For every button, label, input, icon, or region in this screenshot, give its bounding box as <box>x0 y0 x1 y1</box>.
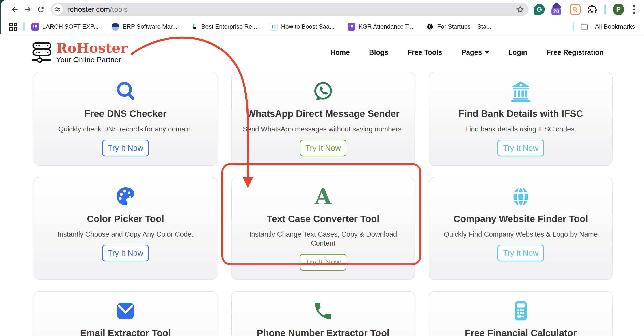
site-info-button[interactable] <box>52 4 63 15</box>
grammarly-extension-icon[interactable]: G <box>534 4 545 15</box>
bookmark-label: Best Enterprise Re... <box>201 23 257 30</box>
card-title: WhatsApp Direct Message Sender <box>247 108 400 119</box>
lens-handle-shape <box>576 11 578 13</box>
card-text-case-converter: A Text Case Converter Tool Instantly Cha… <box>231 177 415 280</box>
toolbar-divider <box>604 4 606 15</box>
whatsapp-icon <box>312 80 334 103</box>
extensions-area: G 20 P <box>534 4 637 15</box>
letter-a-icon: A <box>312 185 335 208</box>
address-bar[interactable]: rohoster.com/tools <box>51 3 528 16</box>
svg-text:A: A <box>314 185 332 208</box>
forward-button[interactable] <box>21 3 34 16</box>
nav-pages-label: Pages <box>462 49 482 57</box>
url-text: rohoster.com/tools <box>67 5 128 14</box>
card-whatsapp-sender: WhatsApp Direct Message Sender Send What… <box>231 72 415 166</box>
bookmark-label: ERP Software Mar... <box>122 23 177 30</box>
card-company-website-finder: Company Website Finder Tool Quickly Find… <box>429 177 613 280</box>
bookmark-kgr[interactable]: KGR Attendance T... <box>348 23 413 31</box>
nav-home[interactable]: Home <box>330 49 350 57</box>
bookmark-label: For Startups – Sta... <box>437 23 492 30</box>
bookmark-for-startups[interactable]: For Startups – Sta... <box>426 23 492 31</box>
card-description: Find bank details using IFSC codes. <box>465 125 576 134</box>
all-bookmarks-button[interactable]: All Bookmarks <box>595 23 635 30</box>
nav-free-registration[interactable]: Free Registration <box>546 49 604 57</box>
purple-list-favicon <box>31 23 39 31</box>
reload-button[interactable] <box>34 3 47 16</box>
card-title: Color Picker Tool <box>87 213 164 224</box>
card-color-picker: Color Picker Tool Instantly Choose and C… <box>34 177 217 280</box>
bookmark-best-enterprise[interactable]: Best Enterprise Re... <box>190 23 257 31</box>
bookmark-larch[interactable]: LARCH SOFT EXP... <box>31 23 98 31</box>
folder-icon <box>580 23 589 31</box>
card-title: Phone Number Extractor Tool <box>257 327 390 336</box>
bookmarks-bar: LARCH SOFT EXP... ERP Software Mar... Be… <box>1 19 644 35</box>
nav-login[interactable]: Login <box>508 49 527 57</box>
card-description: Send WhatsApp messages without saving nu… <box>243 125 404 134</box>
bookmark-erp[interactable]: ERP Software Mar... <box>112 23 177 31</box>
palette-icon <box>114 185 137 208</box>
card-description: Quickly Find Company Websites & Logo by … <box>444 230 598 239</box>
calculator-icon <box>510 299 532 322</box>
browser-menu-button[interactable] <box>631 4 637 15</box>
lens-shape <box>573 7 577 11</box>
site-logo[interactable]: RoHoster Your Online Partner <box>32 41 128 64</box>
envelope-icon <box>114 299 137 322</box>
phone-icon <box>312 299 334 322</box>
purple-list-favicon <box>348 23 355 31</box>
back-button[interactable] <box>8 3 21 16</box>
browser-window: rohoster.com/tools G 20 P <box>1 0 644 336</box>
try-it-now-button[interactable]: Try It Now <box>300 140 346 156</box>
card-description: Instantly Change Text Cases, Copy & Down… <box>240 230 406 248</box>
bookmarks-divider <box>572 22 574 32</box>
chevron-down-icon <box>485 51 489 54</box>
try-it-now-button[interactable]: Try It Now <box>102 245 149 261</box>
green-swoosh-favicon <box>190 23 198 31</box>
nav-blogs[interactable]: Blogs <box>369 49 388 57</box>
globe-icon <box>510 185 532 208</box>
try-it-now-button[interactable]: Try It Now <box>102 140 149 156</box>
main-nav: Home Blogs Free Tools Pages Login Free R… <box>330 49 604 57</box>
card-title: Company Website Finder Tool <box>454 213 588 224</box>
reload-icon <box>36 5 45 14</box>
card-free-dns-checker: Free DNS Checker Quickly check DNS recor… <box>34 72 217 166</box>
try-it-now-button[interactable]: Try It Now <box>498 245 544 261</box>
profile-avatar[interactable]: P <box>613 4 624 15</box>
bookmark-how-to-boost[interactable]: How to Boost Saa... <box>270 23 334 31</box>
card-email-extractor: Email Extractor Tool Quickly Extract Ema… <box>34 291 217 336</box>
blue-brackets-favicon <box>270 23 278 31</box>
bank-icon <box>509 80 532 103</box>
bookmark-label: KGR Attendance T... <box>358 23 413 30</box>
card-financial-calculator: Free Financial Calculator Simplify finan… <box>429 291 613 336</box>
back-arrow-icon <box>10 5 19 14</box>
forward-arrow-icon <box>24 5 32 14</box>
search-extension-icon[interactable] <box>570 4 580 15</box>
card-phone-extractor: Phone Number Extractor Tool Easily Extra… <box>231 291 415 336</box>
star-icon <box>516 5 524 14</box>
bookmark-star-button[interactable] <box>516 5 524 14</box>
erp-circle-favicon <box>112 23 119 31</box>
site-header: RoHoster Your Online Partner Home Blogs … <box>1 35 644 70</box>
nav-pages[interactable]: Pages <box>462 49 489 57</box>
extensions-puzzle-icon[interactable] <box>587 4 598 15</box>
black-globe-favicon <box>426 23 434 31</box>
all-bookmarks-area: All Bookmarks <box>572 22 635 32</box>
server-logo-icon <box>32 41 55 64</box>
logo-text-block: RoHoster Your Online Partner <box>56 41 128 64</box>
logo-title: RoHoster <box>56 41 128 55</box>
url-path: /tools <box>110 5 128 14</box>
card-title: Free DNS Checker <box>84 108 167 119</box>
card-title: Find Bank Details with IFSC <box>458 108 583 119</box>
try-it-now-button[interactable]: Try It Now <box>300 254 346 270</box>
card-title: Email Extractor Tool <box>80 327 171 336</box>
apps-grid-icon[interactable] <box>9 23 17 31</box>
card-bank-details-ifsc: Find Bank Details with IFSC Find bank de… <box>429 72 613 166</box>
card-description: Quickly check DNS records for any domain… <box>58 125 193 134</box>
card-title: Text Case Converter Tool <box>267 213 380 224</box>
bookmark-label: How to Boost Saa... <box>281 23 334 30</box>
badge-extension-icon[interactable]: 20 <box>552 4 563 15</box>
nav-free-tools[interactable]: Free Tools <box>408 49 442 57</box>
browser-toolbar: rohoster.com/tools G 20 P <box>1 0 644 19</box>
site-settings-icon <box>55 7 60 12</box>
logo-tagline: Your Online Partner <box>56 56 128 64</box>
try-it-now-button[interactable]: Try It Now <box>498 140 544 156</box>
